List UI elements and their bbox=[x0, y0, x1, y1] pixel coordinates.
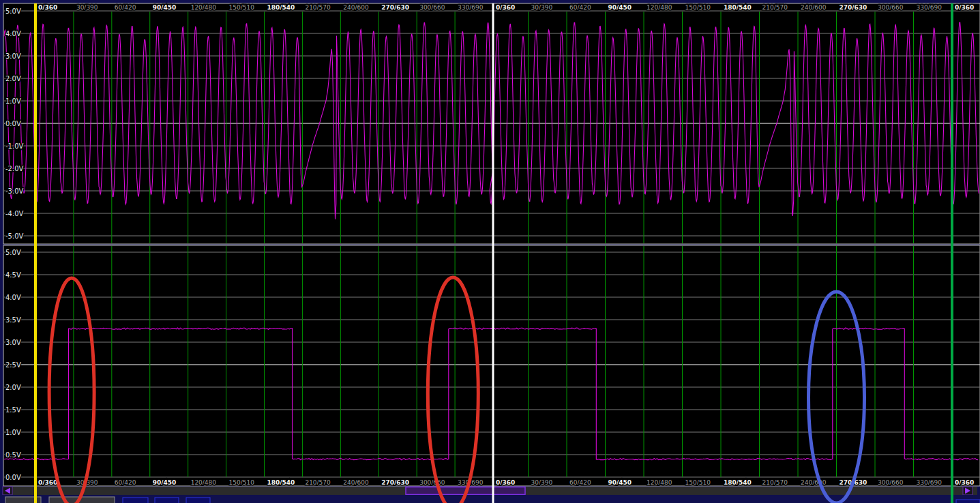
degree-ruler-label: 210/570 bbox=[762, 4, 788, 11]
degree-ruler-label: 180/540 bbox=[267, 4, 295, 11]
y-axis-label: -5.0V bbox=[5, 232, 24, 240]
cycle-boundary-cursor[interactable] bbox=[492, 3, 494, 503]
y-axis-label: -3.0V bbox=[5, 187, 24, 195]
degree-ruler-label: 0/360 bbox=[38, 479, 57, 486]
y-axis-label: 4.0V bbox=[5, 30, 21, 37]
cycle-end-cursor[interactable] bbox=[951, 3, 953, 503]
y-axis-label: 3.0V bbox=[5, 52, 21, 60]
degree-ruler-label: 120/480 bbox=[191, 479, 217, 486]
y-axis-label: -4.0V bbox=[5, 210, 24, 217]
degree-ruler-label: 150/510 bbox=[229, 479, 255, 486]
toolbar-button-partial[interactable] bbox=[123, 498, 148, 503]
toolbar-button-partial[interactable] bbox=[186, 498, 210, 503]
y-axis-label: 4.0V bbox=[5, 294, 21, 301]
y-axis-label: 5.0V bbox=[5, 7, 21, 15]
y-axis-label: -1.0V bbox=[5, 142, 24, 150]
degree-ruler-label: 150/510 bbox=[685, 479, 711, 486]
degree-ruler-label: 210/570 bbox=[305, 479, 331, 486]
degree-ruler-label: 150/510 bbox=[229, 4, 255, 11]
y-axis-label: 1.5V bbox=[5, 406, 21, 414]
degree-ruler-label: 180/540 bbox=[724, 479, 752, 486]
y-axis-label: 5.0V bbox=[5, 249, 21, 256]
degree-ruler-label: 180/540 bbox=[267, 479, 295, 486]
degree-ruler-label: 150/510 bbox=[685, 4, 711, 11]
y-axis-label: 2.0V bbox=[5, 384, 21, 391]
degree-ruler-label: 90/450 bbox=[153, 479, 177, 486]
y-axis-label: -2.0V bbox=[5, 165, 24, 172]
degree-ruler-label: 0/360 bbox=[955, 479, 974, 486]
degree-ruler-label: 300/660 bbox=[878, 479, 904, 486]
y-axis-label: 1.0V bbox=[5, 429, 21, 436]
degree-ruler-label: 270/630 bbox=[381, 479, 409, 486]
y-axis-label: 0.5V bbox=[5, 451, 21, 459]
degree-ruler-label: 30/390 bbox=[76, 4, 98, 11]
degree-ruler-label: 60/420 bbox=[569, 479, 591, 486]
oscilloscope-window: 5.0V4.0V3.0V2.0V1.0V0.0V-1.0V-2.0V-3.0V-… bbox=[0, 0, 980, 503]
degree-ruler-label: 240/600 bbox=[343, 479, 369, 486]
degree-ruler-label: 240/600 bbox=[801, 4, 827, 11]
degree-ruler-label: 330/690 bbox=[458, 4, 484, 11]
waveform-canvas: 5.0V4.0V3.0V2.0V1.0V0.0V-1.0V-2.0V-3.0V-… bbox=[0, 0, 980, 503]
degree-ruler-label: 30/390 bbox=[531, 479, 553, 486]
y-axis-label: 0.0V bbox=[5, 120, 21, 127]
degree-ruler-label: 240/600 bbox=[343, 4, 369, 11]
degree-ruler-label: 120/480 bbox=[191, 4, 217, 11]
cycle-start-cursor[interactable] bbox=[34, 3, 37, 503]
degree-ruler-label: 180/540 bbox=[724, 4, 752, 11]
degree-ruler-label: 0/360 bbox=[496, 479, 515, 486]
toolbar-button-partial[interactable] bbox=[956, 500, 980, 503]
degree-ruler-label: 270/630 bbox=[840, 4, 867, 11]
toolbar-button-partial[interactable] bbox=[155, 498, 179, 503]
y-axis-label: 2.0V bbox=[5, 75, 21, 82]
degree-ruler-label: 300/660 bbox=[419, 4, 445, 11]
degree-ruler-label: 30/390 bbox=[531, 4, 553, 11]
degree-ruler-label: 330/690 bbox=[917, 4, 942, 11]
degree-ruler-label: 90/450 bbox=[608, 4, 632, 11]
horizontal-scrollbar[interactable] bbox=[3, 487, 977, 495]
degree-ruler-label: 0/360 bbox=[496, 4, 515, 11]
y-axis-label: 1.0V bbox=[5, 97, 21, 105]
degree-ruler-label: 60/420 bbox=[115, 479, 136, 486]
degree-ruler-label: 300/660 bbox=[878, 4, 904, 11]
degree-ruler-label: 120/480 bbox=[647, 4, 672, 11]
degree-ruler-label: 60/420 bbox=[115, 4, 136, 11]
degree-ruler-label: 120/480 bbox=[647, 479, 672, 486]
y-axis-label: 3.5V bbox=[5, 316, 21, 324]
y-axis-label: 0.0V bbox=[5, 474, 21, 481]
degree-ruler-label: 90/450 bbox=[608, 479, 632, 486]
degree-ruler-label: 210/570 bbox=[305, 4, 331, 11]
y-axis-label: 2.5V bbox=[5, 361, 21, 369]
degree-ruler-label: 210/570 bbox=[762, 479, 788, 486]
y-axis-label: 4.5V bbox=[5, 271, 21, 279]
degree-ruler-label: 0/360 bbox=[955, 4, 974, 11]
y-axis-label: 3.0V bbox=[5, 339, 21, 346]
degree-ruler-label: 60/420 bbox=[569, 4, 591, 11]
degree-ruler-label: 0/360 bbox=[38, 4, 57, 11]
degree-ruler-label: 270/630 bbox=[381, 4, 409, 11]
degree-ruler-label: 90/450 bbox=[153, 4, 177, 11]
degree-ruler-label: 330/690 bbox=[917, 479, 942, 486]
degree-ruler-label: 300/660 bbox=[419, 479, 445, 486]
